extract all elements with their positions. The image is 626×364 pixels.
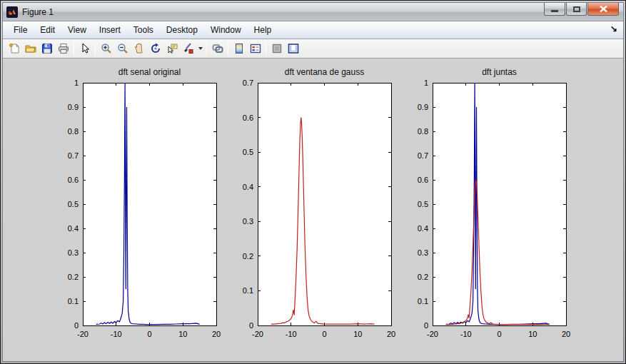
- matlab-logo-icon: [6, 6, 18, 18]
- rotate-3d-button[interactable]: [147, 41, 163, 57]
- svg-text:0: 0: [497, 330, 501, 338]
- toolbar-separator: [74, 42, 74, 56]
- link-icon: [212, 43, 223, 54]
- colorbar-icon: [233, 43, 245, 54]
- menu-edit[interactable]: Edit: [34, 23, 61, 37]
- edit-plot-button[interactable]: [76, 41, 93, 57]
- zoom-in-icon: [101, 43, 112, 54]
- svg-text:1: 1: [74, 79, 79, 87]
- svg-text:0.1: 0.1: [418, 297, 428, 305]
- svg-text:0.2: 0.2: [68, 273, 79, 281]
- rotate-3d-icon: [150, 43, 161, 54]
- svg-text:0.6: 0.6: [418, 176, 428, 184]
- printer-icon: [58, 43, 69, 54]
- svg-text:0.5: 0.5: [243, 148, 253, 156]
- svg-text:0.5: 0.5: [418, 200, 428, 208]
- svg-text:0: 0: [249, 321, 253, 330]
- svg-text:0.7: 0.7: [418, 151, 428, 160]
- titlebar[interactable]: Figure 1: [3, 3, 623, 21]
- subplot-dft-juntas: dft juntas -20-100102000.10.20.30.40.50.…: [399, 66, 574, 352]
- toolbar-separator: [95, 42, 96, 56]
- print-figure-button[interactable]: [55, 41, 71, 57]
- svg-text:-10: -10: [111, 330, 122, 338]
- plot-svg: -20-100102000.10.20.30.40.50.60.7: [224, 75, 399, 348]
- show-plot-tools-button[interactable]: [285, 41, 301, 57]
- svg-text:0.3: 0.3: [243, 217, 253, 226]
- new-figure-button[interactable]: [6, 41, 22, 57]
- svg-text:0.8: 0.8: [418, 127, 428, 136]
- zoom-out-icon: [117, 43, 128, 54]
- plot-svg: -20-100102000.10.20.30.40.50.60.70.80.91: [399, 75, 574, 348]
- data-cursor-icon: [166, 43, 178, 54]
- svg-text:0.2: 0.2: [243, 252, 253, 261]
- menubar: File Edit View Insert Tools Desktop Wind…: [3, 21, 623, 39]
- svg-text:0.8: 0.8: [68, 127, 79, 136]
- maximize-button[interactable]: [566, 3, 587, 16]
- svg-text:0: 0: [147, 330, 151, 338]
- link-plot-button[interactable]: [209, 41, 226, 57]
- toolbar-separator: [266, 42, 266, 56]
- svg-text:0.6: 0.6: [243, 113, 253, 122]
- svg-text:1: 1: [424, 79, 428, 87]
- pointer-icon: [79, 43, 91, 54]
- hand-icon: [133, 43, 145, 54]
- svg-text:10: 10: [178, 330, 187, 338]
- svg-text:-20: -20: [252, 330, 263, 338]
- new-document-icon: [9, 43, 20, 54]
- svg-text:0.4: 0.4: [418, 224, 428, 233]
- svg-text:0.9: 0.9: [418, 103, 428, 111]
- menu-desktop[interactable]: Desktop: [160, 23, 204, 37]
- menu-view[interactable]: View: [61, 23, 93, 37]
- svg-text:0: 0: [424, 321, 428, 330]
- svg-text:-10: -10: [286, 330, 297, 338]
- svg-text:0.2: 0.2: [418, 273, 428, 281]
- figure-canvas: dft senal original -20-100102000.10.20.3…: [3, 59, 623, 361]
- maximize-icon: [573, 6, 580, 12]
- brush-data-button[interactable]: [180, 41, 196, 57]
- save-figure-button[interactable]: [39, 41, 55, 57]
- subplot-dft-senal-original: dft senal original -20-100102000.10.20.3…: [49, 66, 224, 352]
- svg-text:-10: -10: [460, 330, 472, 338]
- pan-button[interactable]: [131, 41, 147, 57]
- svg-text:0.4: 0.4: [68, 224, 79, 233]
- svg-text:0.6: 0.6: [68, 176, 79, 184]
- menu-insert[interactable]: Insert: [93, 23, 127, 37]
- chevron-down-icon: [198, 47, 203, 50]
- insert-legend-button[interactable]: [247, 41, 263, 57]
- svg-text:20: 20: [562, 330, 570, 338]
- menu-help[interactable]: Help: [248, 23, 278, 37]
- minimize-button[interactable]: [544, 3, 565, 16]
- brush-dropdown-button[interactable]: [196, 41, 204, 57]
- show-plot-tools-icon: [288, 43, 299, 54]
- figure-window: Figure 1 File Edit View Insert Tools Des…: [0, 0, 626, 364]
- toolbar-separator: [228, 42, 228, 56]
- menu-tools[interactable]: Tools: [127, 23, 160, 37]
- brush-icon: [183, 43, 194, 54]
- svg-text:0.1: 0.1: [243, 286, 253, 295]
- minimize-icon: [551, 10, 558, 12]
- dock-figure-icon[interactable]: ↘: [610, 24, 617, 34]
- open-file-button[interactable]: [22, 41, 39, 57]
- close-icon: [600, 6, 607, 12]
- close-button[interactable]: [587, 3, 619, 16]
- svg-text:0.1: 0.1: [68, 297, 79, 305]
- legend-icon: [250, 43, 261, 54]
- svg-text:0.9: 0.9: [68, 103, 79, 111]
- data-cursor-button[interactable]: [163, 41, 180, 57]
- window-frame: Figure 1 File Edit View Insert Tools Des…: [2, 2, 624, 362]
- menu-file[interactable]: File: [7, 23, 34, 37]
- svg-text:10: 10: [528, 330, 537, 338]
- hide-plot-tools-button[interactable]: [268, 41, 285, 57]
- zoom-out-button[interactable]: [114, 41, 131, 57]
- svg-text:0.3: 0.3: [418, 248, 428, 257]
- figure-toolbar: [3, 39, 623, 59]
- svg-text:0.7: 0.7: [243, 79, 253, 87]
- menu-window[interactable]: Window: [204, 23, 248, 37]
- open-folder-icon: [25, 43, 36, 54]
- svg-text:20: 20: [212, 330, 221, 338]
- svg-text:0: 0: [74, 321, 79, 330]
- insert-colorbar-button[interactable]: [231, 41, 247, 57]
- toolbar-separator: [206, 42, 207, 56]
- window-controls: [543, 3, 619, 16]
- zoom-in-button[interactable]: [98, 41, 114, 57]
